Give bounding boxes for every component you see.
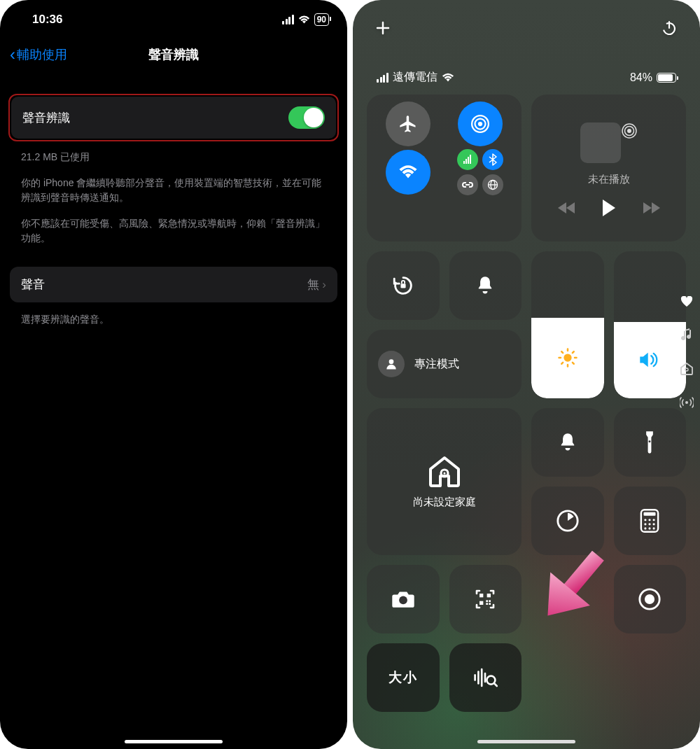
vpn-button[interactable] xyxy=(482,174,503,195)
battery-icon: 90 xyxy=(314,13,329,26)
svg-point-58 xyxy=(685,401,688,404)
svg-point-35 xyxy=(645,523,647,525)
airplay-audio-icon[interactable] xyxy=(621,122,638,139)
svg-point-33 xyxy=(649,519,651,521)
cellular-data-button[interactable] xyxy=(457,149,478,170)
airplane-mode-button[interactable] xyxy=(386,102,430,146)
status-bar: 10:36 90 xyxy=(0,0,347,32)
home-page-icon[interactable] xyxy=(679,361,694,377)
storage-footnote: 21.2 MB 已使用 xyxy=(0,146,347,169)
calculator-button[interactable] xyxy=(614,486,687,555)
svg-rect-48 xyxy=(489,603,491,605)
music-note-icon[interactable] xyxy=(679,328,694,343)
svg-rect-5 xyxy=(463,161,465,164)
album-art-placeholder xyxy=(580,122,621,163)
camera-icon xyxy=(391,589,415,609)
play-icon xyxy=(601,199,617,217)
cellular-signal-icon xyxy=(377,73,388,83)
svg-point-41 xyxy=(399,596,407,604)
airplane-icon xyxy=(398,114,418,134)
add-control-button[interactable] xyxy=(375,20,391,38)
airdrop-button[interactable] xyxy=(458,102,503,146)
silent-bell-tile[interactable] xyxy=(531,408,604,477)
svg-rect-31 xyxy=(644,512,656,516)
bell-icon xyxy=(475,275,495,296)
now-playing-tile[interactable]: 未在播放 xyxy=(531,94,686,241)
description-2: 你不應該在可能受傷、高風險、緊急情況或導航時，仰賴「聲音辨識」功能。 xyxy=(0,209,347,250)
chevron-right-icon: › xyxy=(322,278,326,292)
svg-point-36 xyxy=(649,523,651,525)
back-button[interactable]: ‹ 輔助使用 xyxy=(10,45,67,64)
forward-button[interactable] xyxy=(642,202,660,217)
svg-rect-46 xyxy=(489,600,491,602)
qr-code-icon xyxy=(474,588,496,610)
timer-icon xyxy=(556,509,580,533)
svg-point-32 xyxy=(645,519,647,521)
flashlight-icon xyxy=(643,430,656,454)
svg-line-21 xyxy=(561,352,563,354)
home-icon xyxy=(428,455,461,489)
svg-line-56 xyxy=(494,683,497,686)
power-icon xyxy=(661,20,678,36)
rewind-icon xyxy=(558,202,576,214)
brightness-slider[interactable] xyxy=(531,251,604,398)
highlight-annotation: 聲音辨識 xyxy=(8,94,339,141)
orientation-lock-button[interactable] xyxy=(367,251,440,320)
home-tile[interactable]: 尚未設定家庭 xyxy=(367,408,522,555)
flashlight-button[interactable] xyxy=(614,408,687,477)
wifi-button[interactable] xyxy=(386,150,430,195)
svg-point-28 xyxy=(649,440,651,442)
svg-point-39 xyxy=(649,527,651,529)
svg-rect-45 xyxy=(486,600,489,602)
sounds-row[interactable]: 聲音 無 › xyxy=(10,267,337,302)
svg-point-16 xyxy=(564,354,571,362)
personal-hotspot-button[interactable] xyxy=(457,174,478,195)
volume-slider[interactable] xyxy=(614,251,687,398)
toggle-switch-on[interactable] xyxy=(288,106,325,129)
text-size-label: 大小 xyxy=(388,668,418,687)
rewind-button[interactable] xyxy=(558,202,576,217)
settings-screen: 10:36 90 ‹ 輔助使用 聲音辨識 聲音辨識 21.2 MB 已使用 你的… xyxy=(0,0,347,749)
speaker-icon xyxy=(638,351,661,369)
qr-scanner-button[interactable] xyxy=(449,565,522,634)
svg-point-37 xyxy=(653,523,655,525)
sound-recognition-toggle-row[interactable]: 聲音辨識 xyxy=(11,97,336,139)
svg-line-24 xyxy=(573,352,574,354)
sun-icon xyxy=(557,347,578,368)
svg-point-27 xyxy=(443,472,445,474)
person-icon xyxy=(384,357,398,371)
home-indicator[interactable] xyxy=(477,740,575,743)
play-button[interactable] xyxy=(601,199,617,220)
sound-recognition-icon xyxy=(472,667,498,688)
svg-line-23 xyxy=(561,363,563,364)
home-indicator[interactable] xyxy=(125,740,223,743)
sound-recognition-button[interactable] xyxy=(449,643,522,712)
timer-button[interactable] xyxy=(531,486,604,555)
sounds-label: 聲音 xyxy=(21,276,45,293)
svg-rect-7 xyxy=(468,157,469,164)
screen-record-button[interactable] xyxy=(614,565,687,634)
svg-point-38 xyxy=(645,527,647,529)
airdrop-icon xyxy=(470,113,491,134)
power-button[interactable] xyxy=(661,20,678,39)
svg-point-50 xyxy=(645,594,654,604)
bluetooth-icon xyxy=(488,153,498,166)
focus-mode-button[interactable]: 專注模式 xyxy=(367,330,522,398)
heart-icon[interactable] xyxy=(679,294,694,309)
bell-icon xyxy=(558,432,578,453)
cc-topbar xyxy=(353,0,700,46)
svg-point-2 xyxy=(478,122,482,126)
globe-icon xyxy=(487,179,498,190)
connectivity-tile[interactable] xyxy=(367,94,522,241)
svg-line-22 xyxy=(573,363,574,364)
silent-mode-button[interactable] xyxy=(449,251,522,320)
svg-rect-15 xyxy=(400,284,405,288)
connectivity-page-icon[interactable] xyxy=(679,395,694,410)
svg-point-34 xyxy=(653,519,655,521)
bluetooth-button[interactable] xyxy=(482,149,503,170)
svg-rect-44 xyxy=(479,601,483,605)
nav-bar: ‹ 輔助使用 聲音辨識 xyxy=(0,32,347,77)
forward-icon xyxy=(642,202,660,214)
camera-button[interactable] xyxy=(367,565,440,634)
text-size-button[interactable]: 大小 xyxy=(367,643,440,712)
